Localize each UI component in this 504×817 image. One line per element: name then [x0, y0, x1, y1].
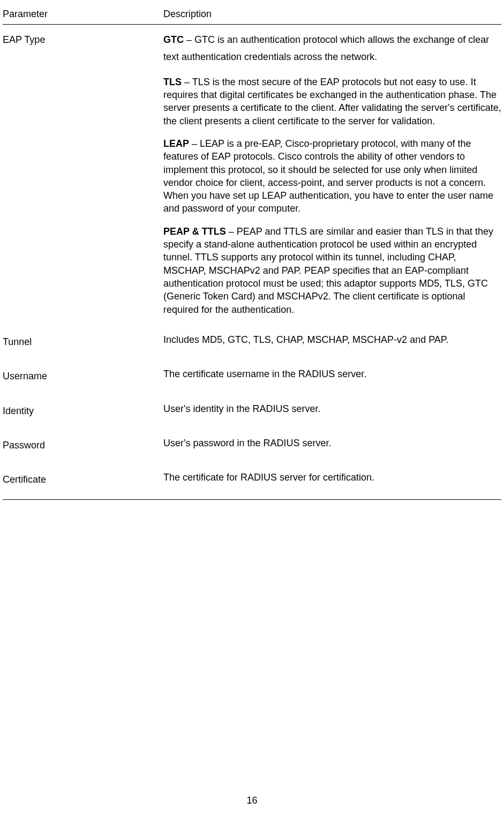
param-desc: User's identity in the RADIUS server. [163, 396, 501, 430]
peap-bold: PEAP & TTLS [163, 226, 226, 237]
table-row: Password User's password in the RADIUS s… [3, 430, 501, 464]
table-row: EAP Type GTC – GTC is an authentication … [3, 25, 501, 327]
param-label: Password [3, 430, 163, 464]
leap-bold: LEAP [163, 138, 189, 149]
table-row: Certificate The certificate for RADIUS s… [3, 464, 501, 499]
param-desc: GTC – GTC is an authentication protocol … [163, 25, 501, 327]
parameter-table: Parameter Description EAP Type GTC – GTC… [3, 5, 501, 500]
param-label: Username [3, 361, 163, 395]
param-desc: The certificate for RADIUS server for ce… [163, 464, 501, 499]
page-number: 16 [0, 795, 504, 806]
param-label: Identity [3, 396, 163, 430]
gtc-bold: GTC [163, 34, 184, 45]
desc-peap: PEAP & TTLS – PEAP and TTLS are similar … [163, 225, 501, 316]
header-description: Description [163, 5, 501, 25]
tls-text: – TLS is the most secure of the EAP prot… [163, 77, 501, 126]
desc-leap: LEAP – LEAP is a pre-EAP, Cisco-propriet… [163, 137, 501, 215]
param-label: Certificate [3, 464, 163, 499]
table-row: Username The certificate username in the… [3, 361, 501, 395]
param-desc: Includes MD5, GTC, TLS, CHAP, MSCHAP, MS… [163, 327, 501, 361]
param-label: EAP Type [3, 25, 163, 327]
tls-bold: TLS [163, 77, 182, 87]
leap-text: – LEAP is a pre-EAP, Cisco-proprietary p… [163, 138, 493, 214]
table-row: Tunnel Includes MD5, GTC, TLS, CHAP, MSC… [3, 327, 501, 361]
header-parameter: Parameter [3, 5, 163, 25]
peap-text: – PEAP and TTLS are similar and easier t… [163, 226, 493, 315]
gtc-text: – GTC is an authentication protocol whic… [163, 34, 489, 62]
desc-tls: TLS – TLS is the most secure of the EAP … [163, 76, 501, 128]
table-row: Identity User's identity in the RADIUS s… [3, 396, 501, 430]
param-desc: The certificate username in the RADIUS s… [163, 361, 501, 395]
param-desc: User's password in the RADIUS server. [163, 430, 501, 464]
param-label: Tunnel [3, 327, 163, 361]
desc-gtc: GTC – GTC is an authentication protocol … [163, 31, 501, 66]
